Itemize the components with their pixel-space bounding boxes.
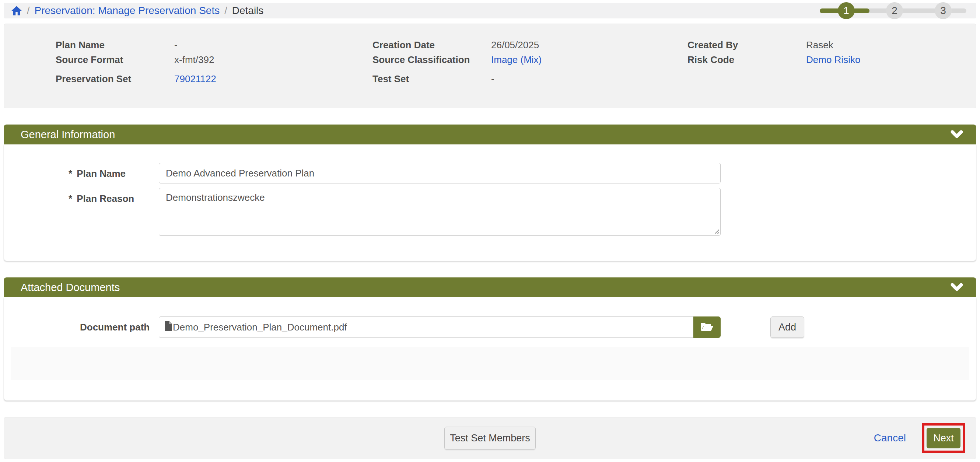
risk-code-link[interactable]: Demo Risiko bbox=[806, 54, 860, 65]
attached-documents-title: Attached Documents bbox=[21, 282, 120, 294]
attached-documents-body: Document path Demo_Preservation_Plan_Doc… bbox=[4, 297, 976, 401]
summary-row: Risk Code Demo Risiko bbox=[687, 54, 976, 65]
plan-reason-form-row: *Plan Reason Demonstrationszwecke bbox=[4, 188, 976, 236]
open-folder-icon bbox=[700, 321, 714, 333]
source-classification-label: Source Classification bbox=[372, 54, 491, 65]
general-information-section: General Information *Plan Name *Plan Rea… bbox=[4, 124, 976, 261]
breadcrumb-link-manage-preservation-sets[interactable]: Preservation: Manage Preservation Sets bbox=[35, 5, 220, 17]
summary-row: Test Set - bbox=[372, 73, 687, 85]
plan-name-form-row: *Plan Name bbox=[4, 163, 976, 183]
summary-row: Plan Name - bbox=[56, 40, 372, 51]
required-asterisk: * bbox=[68, 168, 72, 179]
next-button[interactable]: Next bbox=[927, 428, 961, 448]
plan-name-input[interactable] bbox=[159, 163, 721, 183]
footer-action-bar: Test Set Members Cancel Next bbox=[4, 417, 976, 459]
required-asterisk: * bbox=[68, 193, 72, 204]
test-set-value: - bbox=[491, 73, 495, 85]
plan-name-field-label: *Plan Name bbox=[4, 163, 159, 183]
browse-folder-button[interactable] bbox=[694, 317, 721, 338]
summary-row: Preservation Set 79021122 bbox=[56, 73, 372, 85]
stepper-step-2: 2 bbox=[886, 2, 903, 19]
plan-reason-field-label: *Plan Reason bbox=[4, 188, 159, 236]
stepper-step-1: 1 bbox=[838, 2, 855, 19]
document-path-input-group: Demo_Preservation_Plan_Document.pdf bbox=[159, 317, 721, 338]
source-classification-link[interactable]: Image (Mix) bbox=[491, 54, 542, 65]
summary-column-1: Plan Name - Source Format x-fmt/392 Pres… bbox=[56, 40, 372, 108]
summary-column-3: Created By Rasek Risk Code Demo Risiko bbox=[687, 40, 976, 108]
next-button-highlight-box: Next bbox=[922, 423, 965, 453]
test-set-label: Test Set bbox=[372, 73, 491, 85]
created-by-label: Created By bbox=[687, 40, 806, 51]
plan-name-label: Plan Name bbox=[56, 40, 174, 51]
document-filename: Demo_Preservation_Plan_Document.pdf bbox=[173, 322, 347, 333]
page: / Preservation: Manage Preservation Sets… bbox=[0, 0, 980, 459]
breadcrumb: / Preservation: Manage Preservation Sets… bbox=[4, 3, 976, 18]
file-icon bbox=[164, 321, 172, 333]
risk-code-label: Risk Code bbox=[687, 54, 806, 65]
attached-documents-section: Attached Documents Document path bbox=[4, 277, 976, 401]
source-format-value: x-fmt/392 bbox=[174, 54, 214, 65]
plan-reason-textarea[interactable]: Demonstrationszwecke bbox=[159, 188, 721, 236]
chevron-down-icon[interactable] bbox=[951, 283, 963, 292]
created-by-value: Rasek bbox=[806, 40, 834, 51]
document-path-label: Document path bbox=[4, 322, 159, 333]
plan-summary-panel: Plan Name - Source Format x-fmt/392 Pres… bbox=[4, 24, 976, 108]
general-information-body: *Plan Name *Plan Reason Demonstrationszw… bbox=[4, 144, 976, 261]
general-information-header: General Information bbox=[4, 124, 976, 144]
preservation-set-label: Preservation Set bbox=[56, 73, 174, 85]
chevron-down-icon[interactable] bbox=[951, 130, 963, 139]
preservation-set-link[interactable]: 79021122 bbox=[174, 73, 216, 85]
document-path-row: Document path Demo_Preservation_Plan_Doc… bbox=[4, 317, 976, 338]
test-set-members-button[interactable]: Test Set Members bbox=[444, 427, 536, 449]
breadcrumb-separator: / bbox=[27, 5, 30, 17]
cancel-link[interactable]: Cancel bbox=[874, 432, 906, 444]
wizard-stepper: 1 2 3 bbox=[820, 3, 966, 18]
breadcrumb-current-details: Details bbox=[232, 5, 264, 17]
plan-name-value: - bbox=[174, 40, 178, 51]
attached-documents-empty-list bbox=[11, 347, 969, 380]
attached-documents-header: Attached Documents bbox=[4, 277, 976, 297]
add-document-button[interactable]: Add bbox=[770, 317, 804, 338]
footer-right-actions: Cancel Next bbox=[874, 417, 965, 459]
plan-reason-textarea-wrap: Demonstrationszwecke bbox=[159, 188, 721, 236]
summary-row: Source Classification Image (Mix) bbox=[372, 54, 687, 65]
creation-date-value: 26/05/2025 bbox=[491, 40, 539, 51]
breadcrumb-separator: / bbox=[224, 5, 228, 17]
creation-date-label: Creation Date bbox=[372, 40, 491, 51]
summary-row: Creation Date 26/05/2025 bbox=[372, 40, 687, 51]
summary-row: Source Format x-fmt/392 bbox=[56, 54, 372, 65]
summary-column-2: Creation Date 26/05/2025 Source Classifi… bbox=[372, 40, 687, 108]
home-icon[interactable] bbox=[11, 6, 22, 16]
stepper-step-3: 3 bbox=[935, 2, 951, 19]
source-format-label: Source Format bbox=[56, 54, 174, 65]
general-information-title: General Information bbox=[21, 129, 115, 141]
summary-row: Created By Rasek bbox=[687, 40, 976, 51]
document-path-input[interactable]: Demo_Preservation_Plan_Document.pdf bbox=[159, 317, 694, 338]
